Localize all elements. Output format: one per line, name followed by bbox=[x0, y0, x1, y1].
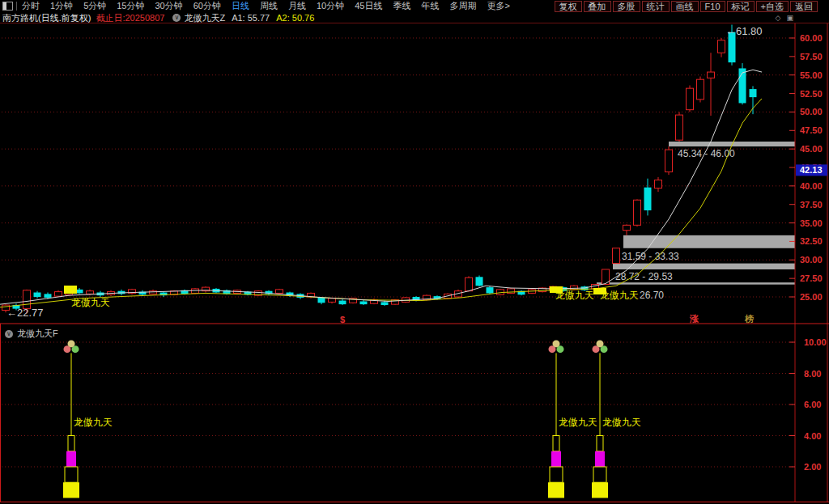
spike-box-hollow bbox=[597, 436, 603, 451]
gap-band bbox=[613, 264, 795, 269]
candle-up bbox=[623, 225, 631, 230]
signal-label: 龙傲九天 bbox=[600, 290, 639, 301]
flower-icon bbox=[68, 340, 75, 347]
price-tick-label: 40.00 bbox=[800, 181, 823, 191]
flower-icon bbox=[553, 340, 560, 347]
spike-box-filled bbox=[592, 482, 608, 498]
candle-up bbox=[665, 150, 673, 172]
spike-label: 龙傲九天 bbox=[602, 417, 641, 428]
spike-box-hollow bbox=[550, 467, 563, 482]
indicator-panel-title: 龙傲九天F bbox=[17, 328, 58, 340]
price-tick-label: 45.00 bbox=[800, 144, 823, 154]
spike-box-hollow bbox=[68, 436, 74, 451]
spike-box-hollow bbox=[553, 436, 559, 451]
price-tick-label: 50.00 bbox=[800, 107, 823, 116]
price-tick-label: 57.50 bbox=[800, 52, 823, 61]
signal-square bbox=[64, 286, 77, 294]
candle-down bbox=[644, 188, 652, 210]
gap-band-label: 28.72 - 29.53 bbox=[615, 271, 673, 282]
candle-up bbox=[87, 291, 94, 294]
spike-box-magenta bbox=[551, 451, 561, 467]
event-marker: 涨 bbox=[689, 314, 699, 324]
event-marker: $ bbox=[340, 315, 345, 324]
candle-up bbox=[718, 40, 725, 53]
candle-down bbox=[318, 298, 325, 303]
signal-label: 龙傲九天 bbox=[71, 297, 110, 308]
spike-box-hollow bbox=[593, 467, 606, 482]
signal-label: 龙傲九天 bbox=[555, 290, 594, 301]
candle-down bbox=[45, 294, 52, 298]
indicator-tick-label: 4.00 bbox=[804, 431, 821, 441]
candle-up bbox=[676, 115, 683, 140]
candle-down bbox=[339, 301, 346, 305]
price-tick-label: 25.00 bbox=[800, 292, 823, 302]
candle-down bbox=[739, 68, 746, 103]
price-tick-label: 27.50 bbox=[800, 273, 823, 283]
candle-up bbox=[687, 88, 694, 110]
spike-box-magenta bbox=[66, 451, 76, 467]
candle-up bbox=[655, 180, 662, 188]
gap-band bbox=[597, 282, 795, 285]
candle-up bbox=[466, 277, 473, 290]
candle-up bbox=[708, 72, 715, 78]
candle-up bbox=[697, 79, 704, 100]
price-annotation: ←61.80 bbox=[725, 25, 763, 37]
spike-label: 龙傲九天 bbox=[559, 417, 597, 428]
indicator-tick-label: 2.00 bbox=[804, 462, 821, 472]
flower-icon bbox=[597, 340, 604, 347]
indicator-tick-label: 8.00 bbox=[804, 369, 821, 379]
candle-down bbox=[360, 301, 368, 304]
candle-up bbox=[329, 299, 336, 303]
spike-box-filled bbox=[63, 482, 79, 498]
candle-up bbox=[276, 290, 283, 294]
candle-up bbox=[634, 200, 641, 225]
spike-box-filled bbox=[548, 482, 564, 498]
candle-up bbox=[55, 292, 62, 296]
candle-down bbox=[487, 287, 494, 293]
spike-box-magenta bbox=[595, 451, 605, 467]
candle-down bbox=[750, 89, 757, 97]
price-tick-label: 60.00 bbox=[800, 33, 823, 43]
price-tick-label: 47.50 bbox=[800, 125, 823, 135]
price-tick-label: 30.00 bbox=[800, 255, 823, 265]
candle-down bbox=[476, 277, 483, 286]
price-tick-label: 35.00 bbox=[800, 218, 823, 228]
spike-box-hollow bbox=[65, 467, 78, 482]
price-annotation: ←22.77 bbox=[6, 307, 44, 319]
candle-down bbox=[34, 293, 41, 297]
chevron-down-circle-icon[interactable]: ∨ bbox=[5, 330, 13, 338]
current-price-text: 42.13 bbox=[800, 165, 823, 175]
gap-band-label: 31.59 - 33.33 bbox=[622, 251, 679, 262]
price-tick-label: 37.50 bbox=[800, 200, 823, 210]
candle-down bbox=[381, 302, 389, 305]
price-tick-label: 32.50 bbox=[800, 236, 823, 246]
price-tick-label: 52.50 bbox=[800, 89, 823, 99]
signal-price-label: 26.70 bbox=[640, 290, 664, 301]
indicator-panel-header: ∨ 龙傲九天F bbox=[5, 328, 58, 340]
indicator-tick-label: 6.00 bbox=[804, 400, 821, 409]
spike-label: 龙傲九天 bbox=[74, 417, 113, 428]
candle-up bbox=[613, 248, 620, 264]
price-tick-label: 55.00 bbox=[800, 70, 823, 80]
event-marker: 榜 bbox=[744, 314, 754, 324]
indicator-tick-label: 10.00 bbox=[804, 337, 827, 347]
chart-canvas[interactable]: 45.34 - 46.0031.59 - 33.3328.72 - 29.53龙… bbox=[0, 0, 829, 504]
